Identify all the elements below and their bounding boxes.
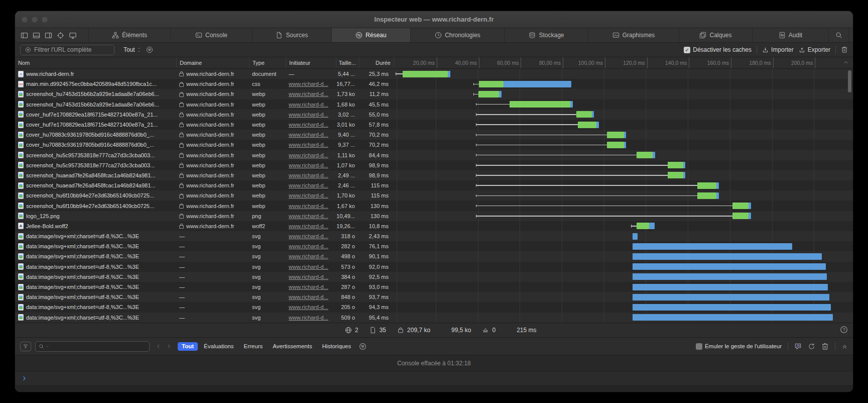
- zoom-window-button[interactable]: [42, 17, 48, 23]
- resource-initiator[interactable]: www.richard-d...: [289, 162, 328, 168]
- collapse-waterfall-icon[interactable]: [843, 59, 849, 65]
- waterfall-cell[interactable]: [394, 69, 853, 79]
- waterfall-cell[interactable]: [394, 241, 853, 251]
- tab-éléments[interactable]: Éléments: [88, 28, 170, 42]
- network-request-row[interactable]: data:image/svg+xml;charset=utf-8,%3C...%…: [15, 313, 853, 323]
- resource-initiator[interactable]: www.richard-d...: [289, 315, 328, 321]
- network-request-row[interactable]: data:image/svg+xml;charset=utf-8,%3C...%…: [15, 241, 853, 251]
- minimize-window-button[interactable]: [32, 17, 38, 23]
- tab-réseau[interactable]: Réseau: [331, 28, 410, 42]
- export-button[interactable]: Exporter: [799, 46, 830, 53]
- emulate-user-gesture-toggle[interactable]: Émuler le geste de l'utilisateur: [696, 343, 782, 350]
- resource-initiator[interactable]: www.richard-d...: [289, 122, 328, 128]
- disable-caches-toggle[interactable]: ✓ Désactiver les caches: [684, 46, 752, 53]
- waterfall-cell[interactable]: [394, 190, 853, 200]
- device-settings-icon[interactable]: [69, 32, 77, 39]
- network-request-row[interactable]: www.richard-dern.fr www.richard-dern.fr …: [15, 69, 853, 79]
- resource-initiator[interactable]: www.richard-d...: [289, 182, 328, 188]
- tab-stockage[interactable]: Stockage: [505, 28, 588, 42]
- resource-initiator[interactable]: www.richard-d...: [289, 192, 328, 198]
- waterfall-cell[interactable]: [394, 251, 853, 261]
- network-request-row[interactable]: cover_hu70883c936197805bd916c4888876d0b0…: [15, 140, 853, 150]
- resource-initiator[interactable]: www.richard-d...: [289, 81, 328, 87]
- network-request-row[interactable]: main.min.d9924575ec0bba420589a48d5190fbc…: [15, 79, 853, 89]
- column-header-type[interactable]: Type: [249, 57, 286, 68]
- search-tab-button[interactable]: [829, 28, 848, 42]
- network-request-row[interactable]: data:image/svg+xml;charset=utf-8,%3C...%…: [15, 292, 853, 302]
- resource-initiator[interactable]: www.richard-d...: [289, 172, 328, 178]
- evaluate-js-icon[interactable]: [794, 343, 802, 350]
- next-result-button[interactable]: [166, 343, 172, 349]
- column-header-nom[interactable]: Nom: [15, 57, 176, 68]
- tab-chronologies[interactable]: Chronologies: [410, 28, 505, 42]
- column-header-taille[interactable]: Taille...: [336, 57, 359, 68]
- network-request-row[interactable]: data:image/svg+xml;charset=utf-8,%3C...%…: [15, 231, 853, 241]
- tab-graphismes[interactable]: Graphismes: [588, 28, 679, 42]
- waterfall-cell[interactable]: [394, 130, 853, 140]
- waterfall-cell[interactable]: [394, 282, 853, 292]
- waterfall-cell[interactable]: [394, 302, 853, 312]
- column-header-initiateur[interactable]: Initiateur: [286, 57, 336, 68]
- network-request-row[interactable]: cover_huf7e1708829ea18f6715e48271400e87a…: [15, 110, 853, 120]
- tab-console[interactable]: Console: [170, 28, 252, 42]
- network-request-row[interactable]: screenshot_hu6f10bb94e27e3d63b651409cb07…: [15, 200, 853, 211]
- console-scope-avertissements[interactable]: Avertissements: [269, 342, 316, 351]
- waterfall-cell[interactable]: [394, 262, 853, 272]
- network-request-row[interactable]: data:image/svg+xml;charset=utf-8,%3C...%…: [15, 282, 853, 292]
- network-request-row[interactable]: cover_hu70883c936197805bd916c4888876d0b0…: [15, 130, 853, 140]
- resource-type-select[interactable]: Tout: [123, 46, 141, 53]
- resource-initiator[interactable]: www.richard-d...: [289, 304, 328, 310]
- waterfall-cell[interactable]: [394, 140, 853, 150]
- resource-initiator[interactable]: www.richard-d...: [289, 223, 328, 229]
- close-window-button[interactable]: [22, 17, 28, 23]
- resource-initiator[interactable]: www.richard-d...: [289, 294, 328, 300]
- previous-result-button[interactable]: [156, 343, 161, 349]
- console-prompt[interactable]: [15, 371, 853, 386]
- waterfall-cell[interactable]: [394, 160, 853, 170]
- console-filter-icon[interactable]: [20, 342, 31, 351]
- waterfall-cell[interactable]: [394, 110, 853, 120]
- import-button[interactable]: Importer: [762, 46, 794, 53]
- resource-initiator[interactable]: www.richard-d...: [289, 142, 328, 148]
- waterfall-cell[interactable]: [394, 180, 853, 190]
- waterfall-cell[interactable]: [394, 313, 853, 323]
- resource-initiator[interactable]: www.richard-d...: [289, 284, 328, 290]
- network-request-row[interactable]: logo_125.png www.richard-dern.fr png www…: [15, 211, 853, 221]
- element-picker-icon[interactable]: [57, 32, 64, 39]
- settings-gear-button[interactable]: [848, 28, 853, 42]
- network-request-row[interactable]: cover_huf7e1708829ea18f6715e48271400e87a…: [15, 120, 853, 130]
- console-scope-erreurs[interactable]: Erreurs: [240, 342, 267, 351]
- dock-right-icon[interactable]: [45, 32, 52, 39]
- network-request-row[interactable]: screenshot_hu7453d15b6b2a929e1adaa8e7a06…: [15, 99, 853, 110]
- resource-initiator[interactable]: www.richard-d...: [289, 253, 328, 259]
- console-scope-tout[interactable]: Tout: [178, 342, 198, 351]
- console-search-input[interactable]: [35, 341, 150, 352]
- network-request-row[interactable]: data:image/svg+xml;charset=utf-8,%3C...%…: [15, 302, 853, 312]
- network-request-row[interactable]: data:image/svg+xml;charset=utf-8,%3C...%…: [15, 272, 853, 282]
- url-filter-input[interactable]: Filtrer l'URL complète: [20, 45, 114, 55]
- dock-bottom-icon[interactable]: [33, 32, 40, 39]
- waterfall-cell[interactable]: [394, 99, 853, 110]
- scope-more-icon[interactable]: [359, 343, 366, 350]
- network-request-row[interactable]: data:image/svg+xml;charset=utf-8,%3C...%…: [15, 251, 853, 261]
- tab-sources[interactable]: Sources: [252, 28, 331, 42]
- network-request-row[interactable]: screenshot_hu5c957353818e777ca27d3c3cba0…: [15, 150, 853, 160]
- waterfall-cell[interactable]: [394, 150, 853, 160]
- resource-initiator[interactable]: www.richard-d...: [289, 132, 328, 138]
- dock-left-icon[interactable]: [21, 32, 28, 39]
- console-scope-évaluations[interactable]: Évaluations: [200, 342, 237, 351]
- disable-caches-checkbox[interactable]: ✓: [684, 47, 690, 53]
- resource-initiator[interactable]: www.richard-d...: [289, 203, 328, 209]
- waterfall-cell[interactable]: [394, 200, 853, 211]
- network-request-row[interactable]: screenshot_hu7453d15b6b2a929e1adaa8e7a06…: [15, 89, 853, 99]
- resource-initiator[interactable]: www.richard-d...: [289, 243, 328, 249]
- network-request-row[interactable]: screenshot_hu6f10bb94e27e3d63b651409cb07…: [15, 190, 853, 200]
- resource-initiator[interactable]: www.richard-d...: [289, 213, 328, 219]
- resource-initiator[interactable]: www.richard-d...: [289, 112, 328, 118]
- help-icon[interactable]: [840, 326, 848, 334]
- resource-initiator[interactable]: www.richard-d...: [289, 102, 328, 108]
- network-request-row[interactable]: screenshot_huaead7fe26a8458fcac1a46b824a…: [15, 170, 853, 180]
- collapse-console-icon[interactable]: [841, 343, 848, 350]
- network-request-row[interactable]: screenshot_huaead7fe26a8458fcac1a46b824a…: [15, 180, 853, 190]
- clear-network-items-button[interactable]: [841, 46, 848, 53]
